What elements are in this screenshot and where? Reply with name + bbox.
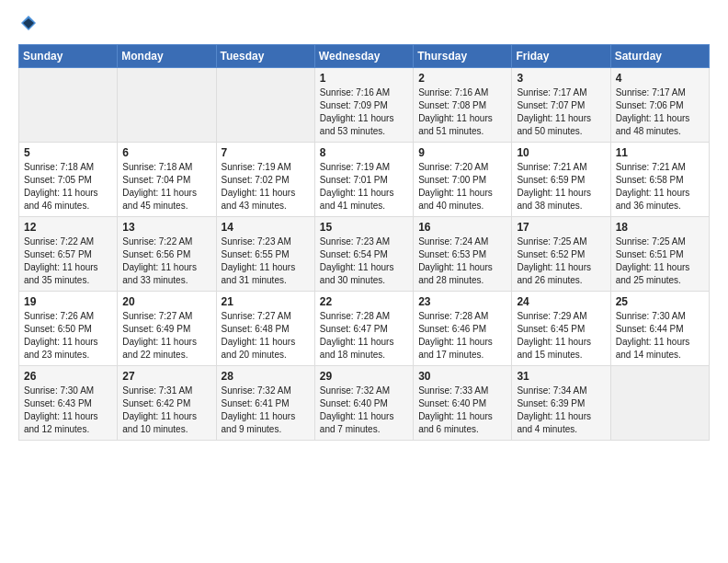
weekday-header-sunday: Sunday xyxy=(19,45,118,68)
calendar-cell: 30Sunrise: 7:33 AMSunset: 6:40 PMDayligh… xyxy=(414,366,512,441)
calendar-cell: 26Sunrise: 7:30 AMSunset: 6:43 PMDayligh… xyxy=(19,366,118,441)
calendar: SundayMondayTuesdayWednesdayThursdayFrid… xyxy=(18,44,710,441)
weekday-header-friday: Friday xyxy=(512,45,610,68)
day-number: 26 xyxy=(24,370,112,383)
day-number: 7 xyxy=(222,146,310,159)
day-number: 31 xyxy=(517,370,605,383)
day-number: 6 xyxy=(122,146,210,159)
day-number: 21 xyxy=(222,295,310,308)
day-number: 1 xyxy=(320,72,408,85)
calendar-cell: 20Sunrise: 7:27 AMSunset: 6:49 PMDayligh… xyxy=(118,292,216,366)
day-number: 11 xyxy=(616,146,704,159)
day-info: Sunrise: 7:23 AMSunset: 6:54 PMDaylight:… xyxy=(320,236,408,287)
day-info: Sunrise: 7:30 AMSunset: 6:44 PMDaylight:… xyxy=(616,310,704,362)
calendar-cell xyxy=(610,366,709,441)
day-info: Sunrise: 7:23 AMSunset: 6:55 PMDaylight:… xyxy=(222,236,310,287)
day-info: Sunrise: 7:28 AMSunset: 6:47 PMDaylight:… xyxy=(320,310,408,362)
week-row-5: 26Sunrise: 7:30 AMSunset: 6:43 PMDayligh… xyxy=(19,366,710,441)
day-number: 28 xyxy=(222,370,310,383)
calendar-cell: 4Sunrise: 7:17 AMSunset: 7:06 PMDaylight… xyxy=(610,68,709,143)
day-info: Sunrise: 7:16 AMSunset: 7:08 PMDaylight:… xyxy=(418,86,506,138)
calendar-cell xyxy=(216,68,314,143)
calendar-cell: 29Sunrise: 7:32 AMSunset: 6:40 PMDayligh… xyxy=(314,366,413,441)
calendar-cell: 19Sunrise: 7:26 AMSunset: 6:50 PMDayligh… xyxy=(19,292,118,366)
day-info: Sunrise: 7:34 AMSunset: 6:39 PMDaylight:… xyxy=(517,385,605,436)
calendar-cell: 18Sunrise: 7:25 AMSunset: 6:51 PMDayligh… xyxy=(610,217,709,292)
calendar-cell: 31Sunrise: 7:34 AMSunset: 6:39 PMDayligh… xyxy=(512,366,610,441)
day-info: Sunrise: 7:20 AMSunset: 7:00 PMDaylight:… xyxy=(418,161,506,213)
day-number: 18 xyxy=(616,221,704,234)
calendar-cell: 9Sunrise: 7:20 AMSunset: 7:00 PMDaylight… xyxy=(414,143,512,217)
day-number: 2 xyxy=(418,72,506,85)
day-number: 8 xyxy=(320,146,408,159)
day-number: 24 xyxy=(517,295,605,308)
week-row-4: 19Sunrise: 7:26 AMSunset: 6:50 PMDayligh… xyxy=(19,292,710,366)
calendar-cell: 13Sunrise: 7:22 AMSunset: 6:56 PMDayligh… xyxy=(118,217,216,292)
day-number: 17 xyxy=(517,221,605,234)
day-info: Sunrise: 7:18 AMSunset: 7:04 PMDaylight:… xyxy=(122,161,210,213)
calendar-cell: 22Sunrise: 7:28 AMSunset: 6:47 PMDayligh… xyxy=(314,292,413,366)
week-row-1: 1Sunrise: 7:16 AMSunset: 7:09 PMDaylight… xyxy=(19,68,710,143)
day-info: Sunrise: 7:30 AMSunset: 6:43 PMDaylight:… xyxy=(24,385,112,436)
day-number: 27 xyxy=(122,370,210,383)
calendar-cell: 3Sunrise: 7:17 AMSunset: 7:07 PMDaylight… xyxy=(512,68,610,143)
day-number: 14 xyxy=(222,221,310,234)
day-number: 9 xyxy=(418,146,506,159)
calendar-cell xyxy=(19,68,118,143)
day-number: 15 xyxy=(320,221,408,234)
day-info: Sunrise: 7:31 AMSunset: 6:42 PMDaylight:… xyxy=(122,385,210,436)
day-info: Sunrise: 7:32 AMSunset: 6:41 PMDaylight:… xyxy=(222,385,310,436)
day-info: Sunrise: 7:18 AMSunset: 7:05 PMDaylight:… xyxy=(24,161,112,213)
day-number: 20 xyxy=(122,295,210,308)
day-info: Sunrise: 7:19 AMSunset: 7:02 PMDaylight:… xyxy=(222,161,310,213)
calendar-cell: 28Sunrise: 7:32 AMSunset: 6:41 PMDayligh… xyxy=(216,366,314,441)
day-info: Sunrise: 7:16 AMSunset: 7:09 PMDaylight:… xyxy=(320,86,408,138)
day-info: Sunrise: 7:21 AMSunset: 6:59 PMDaylight:… xyxy=(517,161,605,213)
logo-icon xyxy=(20,15,37,31)
calendar-cell: 10Sunrise: 7:21 AMSunset: 6:59 PMDayligh… xyxy=(512,143,610,217)
calendar-cell: 23Sunrise: 7:28 AMSunset: 6:46 PMDayligh… xyxy=(414,292,512,366)
calendar-cell: 12Sunrise: 7:22 AMSunset: 6:57 PMDayligh… xyxy=(19,217,118,292)
day-info: Sunrise: 7:25 AMSunset: 6:52 PMDaylight:… xyxy=(517,236,605,287)
week-row-3: 12Sunrise: 7:22 AMSunset: 6:57 PMDayligh… xyxy=(19,217,710,292)
day-info: Sunrise: 7:25 AMSunset: 6:51 PMDaylight:… xyxy=(616,236,704,287)
calendar-cell: 6Sunrise: 7:18 AMSunset: 7:04 PMDaylight… xyxy=(118,143,216,217)
weekday-header-wednesday: Wednesday xyxy=(314,45,413,68)
week-row-2: 5Sunrise: 7:18 AMSunset: 7:05 PMDaylight… xyxy=(19,143,710,217)
logo xyxy=(18,15,40,35)
weekday-header-tuesday: Tuesday xyxy=(216,45,314,68)
calendar-cell: 25Sunrise: 7:30 AMSunset: 6:44 PMDayligh… xyxy=(610,292,709,366)
calendar-cell: 17Sunrise: 7:25 AMSunset: 6:52 PMDayligh… xyxy=(512,217,610,292)
calendar-cell: 8Sunrise: 7:19 AMSunset: 7:01 PMDaylight… xyxy=(314,143,413,217)
weekday-header-thursday: Thursday xyxy=(414,45,512,68)
day-info: Sunrise: 7:26 AMSunset: 6:50 PMDaylight:… xyxy=(24,310,112,362)
calendar-cell: 7Sunrise: 7:19 AMSunset: 7:02 PMDaylight… xyxy=(216,143,314,217)
calendar-cell: 1Sunrise: 7:16 AMSunset: 7:09 PMDaylight… xyxy=(314,68,413,143)
weekday-header-saturday: Saturday xyxy=(610,45,709,68)
day-info: Sunrise: 7:22 AMSunset: 6:56 PMDaylight:… xyxy=(122,236,210,287)
day-number: 25 xyxy=(616,295,704,308)
calendar-cell: 21Sunrise: 7:27 AMSunset: 6:48 PMDayligh… xyxy=(216,292,314,366)
day-info: Sunrise: 7:28 AMSunset: 6:46 PMDaylight:… xyxy=(418,310,506,362)
calendar-cell: 16Sunrise: 7:24 AMSunset: 6:53 PMDayligh… xyxy=(414,217,512,292)
day-info: Sunrise: 7:22 AMSunset: 6:57 PMDaylight:… xyxy=(24,236,112,287)
day-info: Sunrise: 7:27 AMSunset: 6:49 PMDaylight:… xyxy=(122,310,210,362)
day-number: 3 xyxy=(517,72,605,85)
day-number: 5 xyxy=(24,146,112,159)
day-info: Sunrise: 7:32 AMSunset: 6:40 PMDaylight:… xyxy=(320,385,408,436)
header xyxy=(18,15,710,35)
calendar-cell: 15Sunrise: 7:23 AMSunset: 6:54 PMDayligh… xyxy=(314,217,413,292)
day-number: 12 xyxy=(24,221,112,234)
day-number: 16 xyxy=(418,221,506,234)
calendar-cell: 24Sunrise: 7:29 AMSunset: 6:45 PMDayligh… xyxy=(512,292,610,366)
day-number: 22 xyxy=(320,295,408,308)
calendar-cell: 27Sunrise: 7:31 AMSunset: 6:42 PMDayligh… xyxy=(118,366,216,441)
day-info: Sunrise: 7:21 AMSunset: 6:58 PMDaylight:… xyxy=(616,161,704,213)
weekday-header-monday: Monday xyxy=(118,45,216,68)
day-number: 29 xyxy=(320,370,408,383)
day-info: Sunrise: 7:29 AMSunset: 6:45 PMDaylight:… xyxy=(517,310,605,362)
calendar-cell: 14Sunrise: 7:23 AMSunset: 6:55 PMDayligh… xyxy=(216,217,314,292)
day-number: 19 xyxy=(24,295,112,308)
day-number: 4 xyxy=(616,72,704,85)
page: SundayMondayTuesdayWednesdayThursdayFrid… xyxy=(0,0,728,563)
